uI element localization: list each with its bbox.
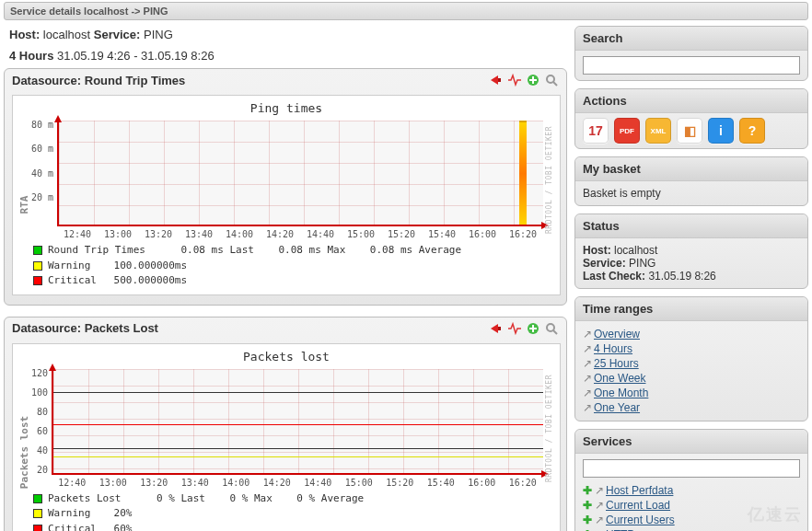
external-icon: ↗	[583, 357, 592, 370]
services-filter-input[interactable]	[583, 459, 800, 478]
plot-area	[52, 369, 543, 475]
service-link[interactable]: Current Load	[606, 499, 670, 512]
grid-100-line	[53, 448, 543, 449]
magnifier-icon[interactable]	[544, 321, 559, 336]
calendar-icon[interactable]: 17	[583, 118, 609, 144]
plus-circle-icon[interactable]	[526, 73, 540, 87]
basket-box: My basket Basket is empty	[574, 156, 808, 206]
svg-point-2	[547, 75, 554, 83]
rtt-graph: Ping times RTA 80 m 60 m 40 m 20 m	[12, 95, 561, 295]
search-box: Search	[574, 26, 808, 81]
graph-toolbar	[489, 321, 559, 336]
y-ticks: 120 100 80 60 40 20	[31, 369, 52, 475]
pulse-icon[interactable]	[507, 321, 522, 336]
legend: Round Trip Times 0.08 ms Last 0.08 ms Ma…	[31, 239, 554, 289]
external-icon: ↗	[595, 484, 604, 497]
search-title: Search	[575, 27, 807, 51]
timerange-link[interactable]: Overview	[594, 328, 640, 341]
legend: Packets Lost 0 % Last 0 % Max 0 % Averag…	[31, 488, 554, 532]
external-icon: ↗	[583, 342, 592, 355]
datasource-panel-rtt: Datasource: Round Trip Times Ping times …	[4, 68, 567, 306]
panel-title: Datasource: Round Trip Times	[12, 74, 185, 87]
status-lastcheck: 31.05.19 8:26	[648, 270, 715, 283]
timerange-line: 4 Hours 31.05.19 4:26 - 31.05.19 8:26	[4, 47, 567, 68]
panel-title: Datasource: Packets Lost	[12, 321, 158, 335]
xml-icon[interactable]: XML	[645, 118, 671, 144]
pulse-icon[interactable]	[507, 73, 522, 87]
y-ticks: 80 m 60 m 40 m 20 m	[31, 121, 57, 226]
timerange-link[interactable]: One Year	[594, 401, 640, 414]
status-box: Status Host: localhost Service: PING Las…	[574, 214, 808, 289]
plot-area	[57, 121, 543, 226]
services-title: Services	[575, 430, 807, 454]
svg-rect-4	[498, 327, 501, 330]
status-service-link[interactable]: PING	[629, 257, 655, 270]
status-host-link[interactable]: localhost	[614, 244, 657, 257]
timerange-link[interactable]: 25 Hours	[594, 357, 639, 370]
service-link[interactable]: Host Perfdata	[606, 484, 673, 497]
basket-title: My basket	[575, 157, 807, 181]
grid-top-line	[53, 392, 543, 393]
info-icon[interactable]: i	[708, 118, 734, 144]
page-title: Service details localhost -> PING	[4, 2, 808, 20]
x-ticks: 12:4013:00 13:2013:40 14:0014:20 14:4015…	[52, 478, 543, 488]
external-icon: ↗	[583, 372, 592, 385]
external-icon: ↗	[595, 514, 604, 526]
basket-text: Basket is empty	[575, 181, 807, 205]
datasource-panel-packets: Datasource: Packets Lost Packets lost Pa…	[4, 317, 567, 532]
service-link[interactable]: Current Users	[606, 514, 675, 526]
expand-icon[interactable]: ✚	[583, 484, 592, 497]
packets-graph: Packets lost Packets lost 120 100 80 60 …	[12, 343, 561, 532]
external-icon: ↗	[595, 499, 604, 512]
red-horn-icon[interactable]	[489, 321, 504, 336]
plus-circle-icon[interactable]	[526, 321, 540, 336]
pdf-icon[interactable]: PDF	[614, 118, 640, 144]
timerange-link[interactable]: One Week	[594, 372, 645, 385]
timerange-link[interactable]: One Month	[594, 387, 648, 399]
warning-line	[53, 456, 543, 457]
timeranges-title: Time ranges	[575, 297, 807, 321]
expand-icon[interactable]: ✚	[583, 514, 592, 526]
critical-line	[53, 424, 543, 425]
external-icon: ↗	[583, 387, 592, 399]
svg-rect-0	[498, 78, 501, 82]
x-ticks: 12:4013:00 13:2013:40 14:0014:20 14:4015…	[57, 229, 543, 239]
services-box: Services ✚↗Host Perfdata✚↗Current Load✚↗…	[574, 429, 808, 531]
external-icon: ↗	[583, 401, 592, 414]
timerange-link[interactable]: 4 Hours	[594, 342, 632, 355]
page-icon[interactable]: ◧	[677, 118, 702, 144]
svg-point-6	[547, 324, 554, 331]
status-title: Status	[575, 214, 807, 238]
actions-title: Actions	[575, 89, 807, 113]
timeranges-box: Time ranges ↗Overview↗4 Hours↗25 Hours↗O…	[574, 296, 808, 421]
magnifier-icon[interactable]	[544, 73, 559, 87]
search-input[interactable]	[583, 56, 800, 75]
expand-icon[interactable]: ✚	[583, 499, 592, 512]
graph-toolbar	[489, 73, 559, 87]
help-icon[interactable]: ?	[739, 118, 765, 144]
svg-line-7	[553, 330, 557, 334]
data-spike	[519, 121, 527, 225]
external-icon: ↗	[583, 328, 592, 341]
svg-line-3	[553, 82, 557, 86]
red-horn-icon[interactable]	[489, 73, 504, 87]
actions-box: Actions 17PDFXML◧i?	[574, 88, 808, 149]
host-service-line: Host: localhost Service: PING	[4, 26, 567, 47]
